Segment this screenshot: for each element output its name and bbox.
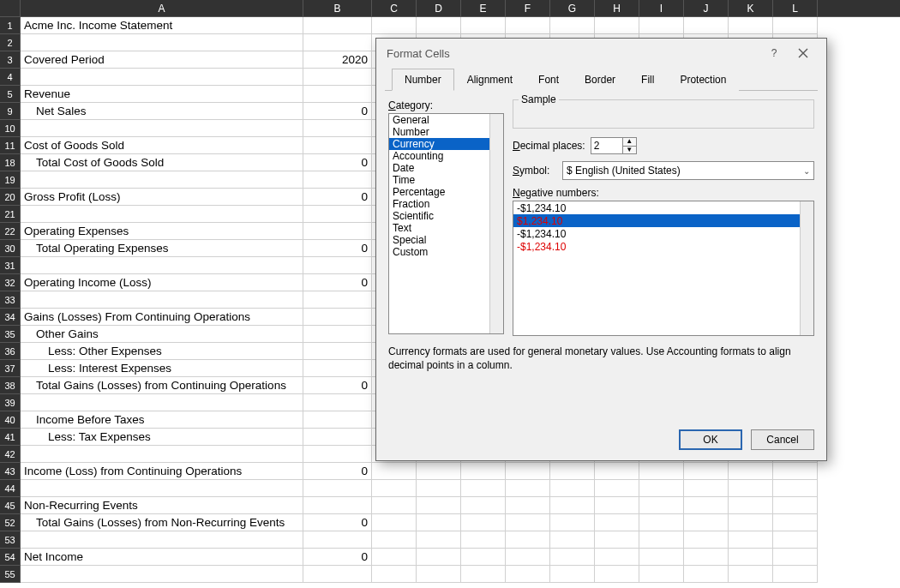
cell-H45[interactable] [595, 497, 639, 514]
row-header[interactable]: 54 [0, 549, 21, 566]
cell-I55[interactable] [639, 566, 684, 583]
cell-B44[interactable] [303, 480, 372, 497]
cell-B19[interactable] [303, 171, 372, 189]
row-header[interactable]: 43 [0, 463, 21, 480]
cell-G44[interactable] [550, 480, 595, 497]
row-header[interactable]: 3 [0, 51, 21, 69]
decimal-places-stepper[interactable]: ▲ ▼ [591, 137, 637, 154]
cancel-button[interactable]: Cancel [751, 429, 814, 450]
row-header[interactable]: 5 [0, 86, 21, 103]
cell-B1[interactable] [303, 17, 372, 34]
cell-K44[interactable] [729, 480, 773, 497]
row-header[interactable]: 31 [0, 257, 21, 274]
cell-A5[interactable]: Revenue [21, 86, 303, 103]
cell-J53[interactable] [684, 531, 729, 549]
cell-F54[interactable] [506, 549, 550, 566]
col-header-K[interactable]: K [729, 0, 773, 16]
cell-G54[interactable] [550, 549, 595, 566]
cell-K1[interactable] [729, 17, 773, 34]
row-header[interactable]: 22 [0, 223, 21, 240]
cell-B53[interactable] [303, 531, 372, 549]
cell-H55[interactable] [595, 566, 639, 583]
category-option[interactable]: Special [389, 234, 503, 246]
cell-B9[interactable]: 0 [303, 103, 372, 120]
cell-I44[interactable] [639, 480, 684, 497]
cell-C53[interactable] [372, 531, 417, 549]
cell-F44[interactable] [506, 480, 550, 497]
cell-L43[interactable] [773, 463, 818, 480]
cell-C44[interactable] [372, 480, 417, 497]
cell-B36[interactable] [303, 343, 372, 360]
spin-down-icon[interactable]: ▼ [623, 147, 636, 154]
cell-B10[interactable] [303, 120, 372, 137]
dialog-titlebar[interactable]: Format Cells ? [376, 39, 826, 68]
negative-format-option[interactable]: -$1,234.10 [513, 240, 813, 253]
cell-L54[interactable] [773, 549, 818, 566]
cell-B22[interactable] [303, 223, 372, 240]
cell-D55[interactable] [417, 566, 461, 583]
cell-B45[interactable] [303, 497, 372, 514]
row-header[interactable]: 39 [0, 394, 21, 411]
cell-B55[interactable] [303, 566, 372, 583]
cell-B52[interactable]: 0 [303, 514, 372, 531]
row-header[interactable]: 20 [0, 189, 21, 206]
col-header-G[interactable]: G [550, 0, 595, 16]
cell-E44[interactable] [461, 480, 506, 497]
cell-K45[interactable] [729, 497, 773, 514]
cell-D52[interactable] [417, 514, 461, 531]
cell-A36[interactable]: Less: Other Expenses [21, 343, 303, 360]
cell-A32[interactable]: Operating Income (Loss) [21, 274, 303, 291]
row-header[interactable]: 30 [0, 240, 21, 257]
cell-D1[interactable] [417, 17, 461, 34]
row-header[interactable]: 9 [0, 103, 21, 120]
cell-L55[interactable] [773, 566, 818, 583]
cell-A30[interactable]: Total Operating Expenses [21, 240, 303, 257]
cell-E43[interactable] [461, 463, 506, 480]
cell-B11[interactable] [303, 137, 372, 154]
cell-C54[interactable] [372, 549, 417, 566]
category-option[interactable]: Currency [389, 138, 503, 150]
cell-B43[interactable]: 0 [303, 463, 372, 480]
negative-format-option[interactable]: -$1,234.10 [513, 201, 813, 214]
cell-C45[interactable] [372, 497, 417, 514]
cell-C55[interactable] [372, 566, 417, 583]
cell-K55[interactable] [729, 566, 773, 583]
cell-A9[interactable]: Net Sales [21, 103, 303, 120]
cell-L44[interactable] [773, 480, 818, 497]
select-all-corner[interactable] [0, 0, 21, 16]
cell-A20[interactable]: Gross Profit (Loss) [21, 189, 303, 206]
cell-A38[interactable]: Total Gains (Losses) from Continuing Ope… [21, 377, 303, 394]
cell-A19[interactable] [21, 171, 303, 189]
cell-F53[interactable] [506, 531, 550, 549]
cell-A37[interactable]: Less: Interest Expenses [21, 360, 303, 377]
row-header[interactable]: 36 [0, 343, 21, 360]
cell-A54[interactable]: Net Income [21, 549, 303, 566]
cell-L52[interactable] [773, 514, 818, 531]
cell-B54[interactable]: 0 [303, 549, 372, 566]
cell-J44[interactable] [684, 480, 729, 497]
cell-A52[interactable]: Total Gains (Losses) from Non-Recurring … [21, 514, 303, 531]
cell-H54[interactable] [595, 549, 639, 566]
cell-A42[interactable] [21, 446, 303, 463]
category-option[interactable]: Percentage [389, 186, 503, 198]
cell-D53[interactable] [417, 531, 461, 549]
cell-H53[interactable] [595, 531, 639, 549]
cell-J45[interactable] [684, 497, 729, 514]
cell-J54[interactable] [684, 549, 729, 566]
cell-B32[interactable]: 0 [303, 274, 372, 291]
cell-A43[interactable]: Income (Loss) from Continuing Operations [21, 463, 303, 480]
cell-B20[interactable]: 0 [303, 189, 372, 206]
cell-I54[interactable] [639, 549, 684, 566]
col-header-E[interactable]: E [461, 0, 506, 16]
negative-numbers-listbox[interactable]: -$1,234.10$1,234.10-$1,234.10-$1,234.10 [513, 201, 814, 336]
cell-B39[interactable] [303, 394, 372, 411]
category-option[interactable]: Time [389, 174, 503, 186]
category-option[interactable]: Custom [389, 246, 503, 258]
cell-F43[interactable] [506, 463, 550, 480]
row-header[interactable]: 19 [0, 171, 21, 189]
cell-E52[interactable] [461, 514, 506, 531]
help-button[interactable]: ? [759, 43, 789, 63]
cell-K52[interactable] [729, 514, 773, 531]
row-header[interactable]: 2 [0, 34, 21, 51]
category-option[interactable]: Accounting [389, 150, 503, 162]
